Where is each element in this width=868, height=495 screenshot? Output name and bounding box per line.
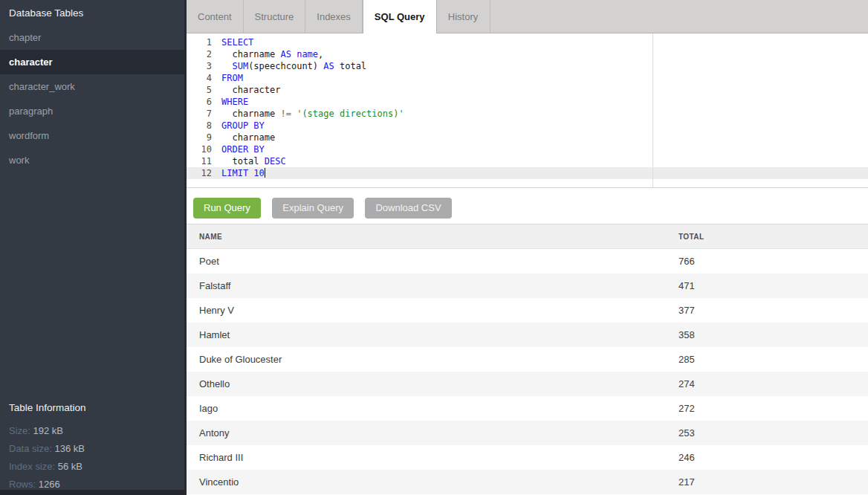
cell-name: Henry V: [187, 298, 678, 323]
table-row[interactable]: Hamlet358: [187, 323, 868, 347]
cell-name: Iago: [187, 396, 678, 421]
cell-name: Hamlet: [187, 323, 678, 347]
line-number: 1: [187, 36, 218, 48]
table-information-list: Size: 192 kBData size: 136 kBIndex size:…: [9, 422, 175, 494]
cell-total: 272: [678, 396, 868, 421]
code-text: WHERE: [218, 96, 868, 108]
line-number: 9: [187, 132, 218, 143]
results-table: NAME TOTAL Poet766Falstaff471Henry V377H…: [187, 224, 868, 495]
sidebar-footer-bar: [0, 490, 184, 495]
tab-sql-query[interactable]: SQL Query: [363, 0, 437, 34]
cell-total: 471: [678, 274, 868, 298]
cell-total: 766: [678, 249, 868, 274]
code-text: total DESC: [218, 155, 868, 167]
editor-line: 10ORDER BY: [187, 143, 868, 155]
sql-token: AS: [323, 61, 334, 71]
sql-token: charname: [221, 109, 280, 119]
table-info-value: 56 kB: [58, 461, 82, 472]
sql-token: SELECT: [221, 37, 253, 48]
column-header-total[interactable]: TOTAL: [678, 224, 868, 248]
cell-name: Othello: [187, 372, 678, 396]
run-query-button[interactable]: Run Query: [193, 198, 261, 219]
code-text: ORDER BY: [218, 143, 868, 155]
table-row[interactable]: Vincentio217: [187, 470, 868, 494]
code-text: SUM(speechcount) AS total: [218, 60, 868, 72]
sql-editor[interactable]: 1SELECT2 charname AS name,3 SUM(speechco…: [187, 33, 868, 188]
tab-indexes[interactable]: Indexes: [305, 0, 363, 33]
results-body: Poet766Falstaff471Henry V377Hamlet358Duk…: [187, 249, 868, 494]
sql-token: charname: [221, 132, 275, 143]
editor-line: 6WHERE: [187, 96, 868, 108]
sql-token: ,: [318, 49, 323, 59]
tab-history[interactable]: History: [437, 0, 490, 33]
line-number: 10: [187, 143, 218, 155]
table-row[interactable]: Henry V377: [187, 298, 868, 323]
code-text: LIMIT 10: [218, 167, 868, 179]
tab-structure[interactable]: Structure: [244, 0, 306, 33]
sql-token: 10: [253, 168, 264, 178]
results-header-row: NAME TOTAL: [187, 224, 868, 249]
editor-line: 9 charname: [187, 132, 868, 143]
editor-line: 5 character: [187, 84, 868, 96]
sql-token: AS: [280, 49, 291, 59]
cell-total: 274: [678, 372, 868, 396]
table-info-value: 192 kB: [33, 425, 63, 436]
code-text: character: [218, 84, 868, 96]
table-row[interactable]: Poet766: [187, 249, 868, 274]
table-information-title: Table Information: [9, 401, 175, 415]
table-info-label: Index size:: [9, 461, 58, 472]
cell-name: Richard III: [187, 445, 678, 470]
sql-token: DESC: [265, 156, 286, 166]
sql-token: [221, 61, 232, 71]
editor-line: 11 total DESC: [187, 155, 868, 167]
sidebar-item-paragraph[interactable]: paragraph: [0, 99, 184, 123]
code-text: FROM: [218, 72, 868, 84]
table-list: chaptercharactercharacter_workparagraphw…: [0, 25, 184, 172]
sql-token: '(stage directions)': [297, 109, 404, 119]
cell-total: 285: [678, 347, 868, 372]
code-text: charname != '(stage directions)': [218, 108, 868, 120]
sql-token: GROUP BY: [221, 120, 265, 131]
sidebar-item-character_work[interactable]: character_work: [0, 74, 184, 99]
sidebar-item-work[interactable]: work: [0, 148, 184, 172]
tab-content[interactable]: Content: [187, 0, 244, 33]
editor-line: 3 SUM(speechcount) AS total: [187, 60, 868, 72]
table-info-label: Data size:: [9, 443, 54, 454]
table-row[interactable]: Duke of Gloucester285: [187, 347, 868, 372]
sidebar-item-character[interactable]: character: [0, 50, 184, 74]
cell-total: 377: [678, 298, 868, 323]
code-text: charname AS name,: [218, 48, 868, 60]
editor-line: 4FROM: [187, 72, 868, 84]
tab-bar: ContentStructureIndexesSQL QueryHistory: [187, 0, 868, 33]
table-row[interactable]: Falstaff471: [187, 274, 868, 298]
sql-token: ORDER BY: [221, 144, 265, 155]
table-row[interactable]: Othello274: [187, 372, 868, 396]
query-actions: Run Query Explain Query Download CSV: [187, 188, 868, 224]
editor-line: 1SELECT: [187, 36, 868, 48]
cell-name: Falstaff: [187, 274, 678, 298]
editor-pane-divider[interactable]: [652, 33, 653, 187]
column-header-name[interactable]: NAME: [187, 224, 678, 248]
explain-query-button[interactable]: Explain Query: [272, 198, 354, 219]
sql-token: SUM: [232, 61, 248, 71]
main-panel: ContentStructureIndexesSQL QueryHistory …: [184, 0, 868, 495]
sql-token: !=: [280, 109, 291, 119]
cell-name: Antony: [187, 421, 678, 445]
table-info-value: 1266: [39, 479, 60, 490]
sql-token: character: [221, 85, 280, 95]
sidebar-item-wordform[interactable]: wordform: [0, 123, 184, 148]
cell-total: 358: [678, 323, 868, 347]
table-info-row: Size: 192 kB: [9, 422, 175, 440]
download-csv-button[interactable]: Download CSV: [365, 198, 451, 219]
editor-lines: 1SELECT2 charname AS name,3 SUM(speechco…: [187, 33, 868, 179]
line-number: 11: [187, 155, 218, 167]
editor-line: 8GROUP BY: [187, 120, 868, 132]
table-row[interactable]: Richard III246: [187, 445, 868, 470]
sidebar-item-chapter[interactable]: chapter: [0, 25, 184, 50]
code-text: GROUP BY: [218, 120, 868, 132]
sql-token: total: [221, 156, 265, 166]
line-number: 6: [187, 96, 218, 108]
table-row[interactable]: Antony253: [187, 421, 868, 445]
table-row[interactable]: Iago272: [187, 396, 868, 421]
line-number: 3: [187, 60, 218, 72]
